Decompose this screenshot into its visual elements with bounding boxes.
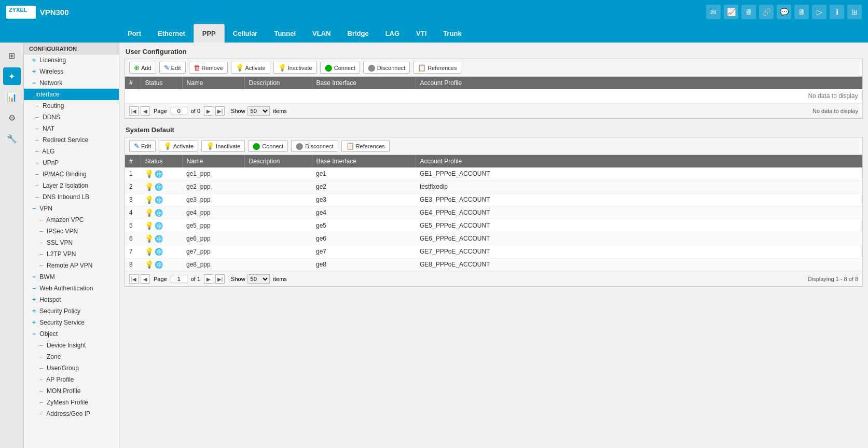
page-last-btn[interactable]: ▶|	[215, 106, 225, 116]
top-icon-grid[interactable]: ⊞	[847, 5, 862, 19]
sd-page-next-btn[interactable]: ▶	[204, 274, 213, 284]
sidebar-item-device-insight[interactable]: – Device Insight	[24, 340, 119, 351]
sidebar-item-nat[interactable]: – NAT	[24, 123, 119, 134]
top-icon-chat[interactable]: 💬	[777, 5, 791, 19]
top-icon-mail[interactable]: ✉	[706, 5, 721, 19]
inactivate-button[interactable]: 💡 Inactivate	[273, 62, 317, 74]
tab-port[interactable]: Port	[119, 24, 149, 43]
page-size-select[interactable]: 50 100	[247, 106, 270, 116]
connect-button[interactable]: ⬤ Connect	[320, 62, 360, 74]
table-row[interactable]: 5 💡 🌐 ge5_pppge5GE5_PPPoE_ACCOUNT	[125, 219, 862, 232]
sidebar-item-wireless[interactable]: + Wireless	[24, 66, 119, 77]
sidebar-item-ipmac-binding[interactable]: – IP/MAC Binding	[24, 169, 119, 180]
tab-ethernet[interactable]: Ethernet	[149, 24, 194, 43]
sidebar-item-network[interactable]: − Network	[24, 77, 119, 89]
references-button[interactable]: 📋 References	[413, 62, 461, 74]
cell-status: 💡 🌐	[141, 180, 182, 193]
sidebar-item-ssl-vpn[interactable]: – SSL VPN	[24, 237, 119, 248]
cell-base: ge8	[312, 258, 416, 271]
left-nav: CONFIGURATION + Licensing + Wireless − N…	[24, 43, 119, 448]
remove-icon: 🗑	[194, 64, 200, 72]
sidebar-item-redirect-service[interactable]: – Redirect Service	[24, 134, 119, 146]
sd-page-last-btn[interactable]: ▶|	[215, 274, 225, 284]
references-label: References	[428, 65, 457, 71]
table-row[interactable]: 3 💡 🌐 ge3_pppge3GE3_PPPoE_ACCOUNT	[125, 193, 862, 206]
sidebar-item-ipsec-vpn[interactable]: – IPSec VPN	[24, 226, 119, 237]
table-row[interactable]: 8 💡 🌐 ge8_pppge8GE8_PPPoE_ACCOUNT	[125, 258, 862, 271]
sidebar-item-mon-profile[interactable]: – MON Profile	[24, 385, 119, 397]
sidebar-item-l2tp-vpn[interactable]: – L2TP VPN	[24, 248, 119, 260]
sidebar-item-zone[interactable]: – Zone	[24, 351, 119, 362]
sd-activate-button[interactable]: 💡 Activate	[159, 140, 198, 152]
sidebar-item-object[interactable]: − Object	[24, 328, 119, 340]
cell-status: 💡 🌐	[141, 193, 182, 206]
page-input[interactable]	[171, 107, 187, 115]
sidebar-item-ddns[interactable]: – DDNS	[24, 111, 119, 123]
tab-vlan[interactable]: VLAN	[304, 24, 339, 43]
sidebar-item-alg[interactable]: – ALG	[24, 146, 119, 157]
top-icon-monitor[interactable]: 🖥	[741, 5, 756, 19]
top-icon-chart[interactable]: 📈	[724, 5, 738, 19]
table-row[interactable]: 4 💡 🌐 ge4_pppge4GE4_PPPoE_ACCOUNT	[125, 206, 862, 219]
sd-page-prev-btn[interactable]: ◀	[141, 274, 150, 284]
page-first-btn[interactable]: |◀	[129, 106, 139, 116]
top-icon-display[interactable]: 🖥	[794, 5, 809, 19]
tab-ppp[interactable]: PPP	[194, 24, 225, 43]
sidebar-item-bwm[interactable]: − BWM	[24, 271, 119, 283]
sidebar-item-ap-profile[interactable]: – AP Profile	[24, 374, 119, 385]
tab-trunk[interactable]: Trunk	[435, 24, 470, 43]
tab-cellular[interactable]: Cellular	[225, 24, 266, 43]
top-icon-network[interactable]: 🔗	[759, 5, 774, 19]
sd-references-button[interactable]: 📋 References	[341, 140, 390, 152]
sidebar-item-licensing[interactable]: + Licensing	[24, 54, 119, 66]
sidebar-item-vpn[interactable]: − VPN	[24, 203, 119, 214]
edit-button[interactable]: ✎ Edit	[159, 62, 186, 74]
sd-page-input[interactable]	[171, 275, 187, 283]
tab-lag[interactable]: LAG	[377, 24, 408, 43]
sidebar-item-web-auth[interactable]: − Web Authentication	[24, 283, 119, 294]
tab-vti[interactable]: VTI	[408, 24, 435, 43]
sidebar-icon-maintenance[interactable]: 🔧	[3, 130, 21, 147]
sidebar-item-hotspot[interactable]: + Hotspot	[24, 294, 119, 305]
sidebar-icon-monitor[interactable]: 📊	[3, 88, 21, 106]
sidebar-item-security-policy[interactable]: + Security Policy	[24, 305, 119, 317]
top-icon-info[interactable]: ℹ	[830, 5, 844, 19]
table-row[interactable]: 7 💡 🌐 ge7_pppge7GE7_PPPoE_ACCOUNT	[125, 245, 862, 258]
cell-status: 💡 🌐	[141, 206, 182, 219]
remove-button[interactable]: 🗑 Remove	[189, 62, 228, 74]
table-row[interactable]: 6 💡 🌐 ge6_pppge6GE6_PPPoE_ACCOUNT	[125, 232, 862, 245]
table-row[interactable]: 1 💡 🌐 ge1_pppge1GE1_PPPoE_ACCOUNT	[125, 167, 862, 180]
disconnect-button[interactable]: ⬤ Disconnect	[363, 62, 410, 74]
sd-disconnect-button[interactable]: ⬤ Disconnect	[291, 140, 338, 152]
page-prev-btn[interactable]: ◀	[141, 106, 150, 116]
sd-edit-button[interactable]: ✎ Edit	[129, 140, 156, 152]
sd-connect-button[interactable]: ⬤ Connect	[248, 140, 288, 152]
tab-bridge[interactable]: Bridge	[339, 24, 377, 43]
sd-page-first-btn[interactable]: |◀	[129, 274, 139, 284]
sidebar-icon-dashboard[interactable]: ⊞	[3, 47, 21, 64]
sidebar-item-zymesh-profile[interactable]: – ZyMesh Profile	[24, 397, 119, 408]
top-header: ZYXEL NETWORKS VPN300 ✉ 📈 🖥 🔗 💬 🖥 ▷ ℹ ⊞	[0, 0, 868, 24]
tab-tunnel[interactable]: Tunnel	[266, 24, 304, 43]
top-icon-play[interactable]: ▷	[812, 5, 826, 19]
sidebar-item-amazon-vpc[interactable]: – Amazon VPC	[24, 214, 119, 226]
col-header-base: Base Interface	[312, 77, 416, 89]
sd-inactivate-button[interactable]: 💡 Inactivate	[201, 140, 245, 152]
sidebar-item-dns-inbound-lb[interactable]: – DNS Inbound LB	[24, 191, 119, 203]
sidebar-item-routing[interactable]: – Routing	[24, 100, 119, 111]
table-row[interactable]: 2 💡 🌐 ge2_pppge2testfixedip	[125, 180, 862, 193]
sidebar-item-remote-ap-vpn[interactable]: – Remote AP VPN	[24, 260, 119, 271]
sd-page-size-select[interactable]: 50 100	[247, 274, 270, 284]
activate-button[interactable]: 💡 Activate	[231, 62, 270, 74]
sidebar-item-layer2-isolation[interactable]: – Layer 2 Isolation	[24, 180, 119, 191]
sidebar-icon-config[interactable]: ✦	[3, 67, 21, 85]
add-button[interactable]: ⊕ Add	[129, 62, 156, 74]
page-next-btn[interactable]: ▶	[204, 106, 213, 116]
sidebar-icon-settings[interactable]: ⚙	[3, 109, 21, 127]
sidebar-item-upnp[interactable]: – UPnP	[24, 157, 119, 169]
sidebar-item-user-group[interactable]: – User/Group	[24, 362, 119, 374]
sidebar-item-security-service[interactable]: + Security Service	[24, 317, 119, 328]
sidebar-item-address-geo-ip[interactable]: – Address/Geo IP	[24, 408, 119, 419]
sidebar-item-interface[interactable]: Interface	[24, 89, 119, 100]
cell-base: ge2	[312, 180, 416, 193]
